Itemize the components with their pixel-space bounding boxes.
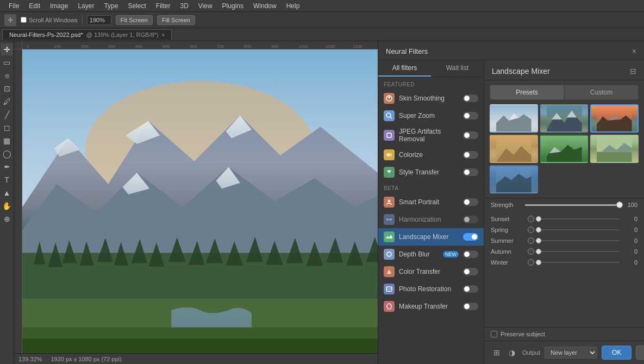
filter-item-makeup-transfer[interactable]: Makeup Transfer — [378, 298, 484, 315]
preset-green[interactable] — [540, 135, 589, 163]
slider-autumn-circle[interactable] — [528, 248, 534, 255]
fill-screen-button[interactable]: Fill Screen — [157, 15, 195, 25]
strength-track[interactable] — [525, 204, 620, 206]
menu-file[interactable]: File — [4, 1, 23, 11]
tab-wait-list[interactable]: Wait list — [431, 60, 484, 77]
preset-sunset[interactable] — [590, 104, 639, 133]
shape-tool[interactable]: ▲ — [1, 187, 13, 199]
slider-spring-thumb[interactable] — [536, 227, 541, 233]
slider-autumn-thumb[interactable] — [536, 249, 541, 254]
tab-close-icon[interactable]: × — [162, 32, 165, 38]
gradient-tool[interactable]: ▦ — [1, 135, 13, 147]
svg-line-35 — [390, 117, 392, 118]
skin-smoothing-toggle[interactable] — [463, 95, 478, 102]
output-select[interactable]: New layer — [545, 347, 597, 359]
scroll-all-windows-checkbox[interactable] — [21, 17, 27, 23]
slider-winter-circle[interactable] — [528, 259, 534, 266]
landscape-mixer-toggle[interactable] — [463, 233, 478, 241]
slider-summer-track[interactable] — [539, 240, 620, 241]
jpeg-removal-toggle[interactable] — [463, 131, 478, 139]
photo-restoration-toggle[interactable] — [463, 285, 478, 293]
slider-winter-thumb[interactable] — [536, 260, 541, 265]
cancel-button[interactable]: Cancel — [636, 346, 644, 360]
slider-spring-track[interactable] — [539, 229, 620, 230]
smart-portrait-toggle[interactable] — [463, 198, 478, 206]
filter-item-color-transfer[interactable]: Color Transfer — [378, 263, 484, 280]
strength-value: 100 — [624, 202, 637, 208]
layers-icon[interactable]: ⊞ — [491, 347, 503, 359]
makeup-transfer-toggle[interactable] — [463, 303, 478, 310]
document-tab[interactable]: Neural-Filters-Ps-2022.psd* @ 139% (Laye… — [2, 29, 172, 40]
preset-desert[interactable] — [490, 135, 538, 163]
slider-spring-label: Spring — [491, 227, 523, 233]
super-zoom-toggle[interactable] — [463, 112, 478, 120]
move-tool[interactable]: ✛ — [1, 43, 13, 55]
menu-image[interactable]: Image — [46, 1, 72, 11]
preserve-subject-checkbox[interactable] — [491, 331, 497, 337]
slider-winter-track[interactable] — [539, 262, 620, 263]
eraser-tool[interactable]: ◻ — [1, 122, 13, 134]
makeup-transfer-icon — [384, 301, 395, 312]
menu-edit[interactable]: Edit — [24, 1, 45, 11]
style-transfer-toggle[interactable] — [463, 168, 478, 176]
menu-window[interactable]: Window — [249, 1, 281, 11]
menu-select[interactable]: Select — [123, 1, 150, 11]
menu-plugins[interactable]: Plugins — [218, 1, 248, 11]
menu-view[interactable]: View — [194, 1, 217, 11]
filter-item-style-transfer[interactable]: Style Transfer — [378, 164, 484, 181]
filter-item-jpeg-removal[interactable]: JPEG Artifacts Removal — [378, 124, 484, 146]
color-transfer-toggle[interactable] — [463, 268, 478, 275]
menu-filter[interactable]: Filter — [152, 1, 175, 11]
canvas-view[interactable] — [22, 49, 378, 353]
presets-tab[interactable]: Presets — [490, 85, 564, 100]
filter-item-smart-portrait[interactable]: Smart Portrait — [378, 193, 484, 211]
hand-tool[interactable]: ✋ — [1, 200, 13, 212]
filter-item-super-zoom[interactable]: Super Zoom — [378, 107, 484, 124]
slider-sunset-track[interactable] — [539, 218, 620, 219]
preset-water[interactable] — [490, 165, 538, 193]
settings-expand-icon[interactable]: ⊟ — [630, 67, 636, 76]
filter-item-photo-restoration[interactable]: Photo Restoration — [378, 280, 484, 298]
slider-summer-thumb[interactable] — [536, 238, 541, 243]
eyedropper-tool[interactable]: 🖊 — [1, 96, 13, 108]
ruler-horizontal: 0 100 200 300 400 500 600 700 800 900 10… — [22, 41, 378, 49]
slider-autumn-track[interactable] — [539, 251, 620, 252]
preset-plains[interactable] — [590, 135, 639, 163]
harmonization-toggle[interactable] — [463, 216, 478, 223]
crop-tool[interactable]: ⊡ — [1, 83, 13, 95]
menu-type[interactable]: Type — [99, 1, 122, 11]
preset-mountains[interactable] — [540, 104, 589, 133]
filter-item-harmonization[interactable]: Harmonization — [378, 211, 484, 228]
strength-thumb[interactable] — [616, 202, 623, 208]
ok-button[interactable]: OK — [602, 346, 632, 360]
brush-tool[interactable]: ╱ — [1, 109, 13, 121]
filter-item-colorize[interactable]: Colorize — [378, 146, 484, 164]
slider-sunset-circle[interactable] — [528, 216, 534, 222]
lasso-tool[interactable]: ⌾ — [1, 70, 13, 81]
colorize-toggle[interactable] — [463, 151, 478, 159]
filter-item-depth-blur[interactable]: Depth Blur NEW — [378, 246, 484, 263]
canvas-wrapper — [14, 49, 378, 353]
zoom-input[interactable] — [87, 15, 111, 25]
depth-blur-toggle[interactable] — [463, 250, 478, 258]
pen-tool[interactable]: ✒ — [1, 161, 13, 173]
menu-layer[interactable]: Layer — [73, 1, 98, 11]
slider-sunset-thumb[interactable] — [536, 216, 541, 222]
neural-filters-close-icon[interactable]: × — [632, 47, 636, 55]
adjustments-icon[interactable]: ◑ — [506, 347, 518, 359]
menu-3d[interactable]: 3D — [176, 1, 192, 11]
custom-tab[interactable]: Custom — [564, 85, 639, 100]
slider-summer-circle[interactable] — [528, 237, 534, 244]
fit-screen-button[interactable]: Fit Screen — [116, 15, 153, 25]
slider-spring-circle[interactable] — [528, 227, 534, 233]
tab-all-filters[interactable]: All filters — [378, 60, 431, 77]
filter-item-skin-smoothing[interactable]: Skin Smoothing — [378, 90, 484, 107]
filter-item-landscape-mixer[interactable]: Landscape Mixer — [378, 228, 484, 246]
marquee-tool[interactable]: ▭ — [1, 57, 13, 68]
preset-snow[interactable] — [490, 104, 538, 133]
move-tool-icon[interactable]: ✛ — [4, 14, 16, 26]
menu-help[interactable]: Help — [282, 1, 304, 11]
text-tool[interactable]: T — [1, 174, 13, 186]
zoom-tool[interactable]: ⊕ — [1, 213, 13, 225]
dodge-tool[interactable]: ◯ — [1, 148, 13, 160]
